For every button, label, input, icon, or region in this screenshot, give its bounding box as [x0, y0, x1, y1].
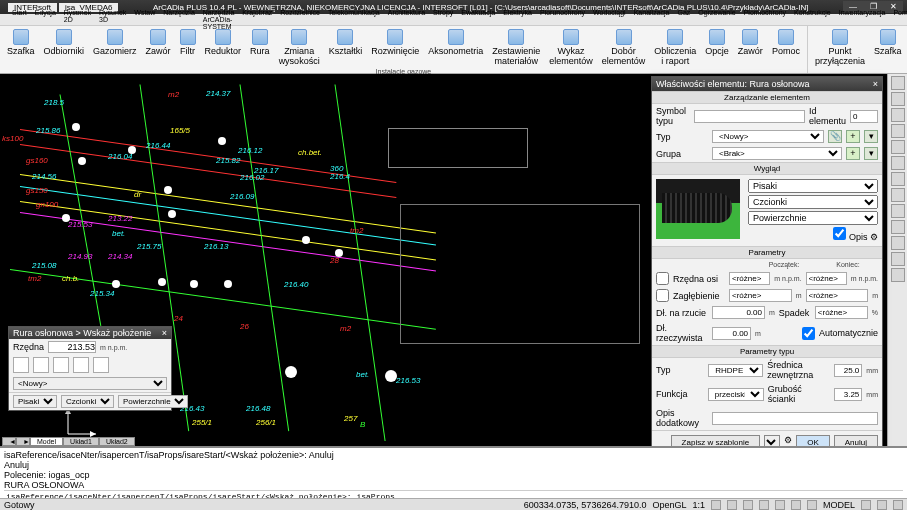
- elev-start-input[interactable]: [729, 272, 770, 285]
- ribbon-button[interactable]: Zmiana wysokości: [276, 28, 323, 67]
- pens-select[interactable]: Pisaki: [13, 395, 57, 408]
- fonts-select[interactable]: Czcionki: [61, 395, 114, 408]
- length-plan-input[interactable]: [712, 306, 765, 319]
- node-marker[interactable]: [385, 370, 397, 382]
- material-type-select[interactable]: RHDPE: [708, 364, 763, 377]
- elev-end-input[interactable]: [806, 272, 847, 285]
- tool-icon[interactable]: [73, 357, 89, 373]
- node-marker[interactable]: [72, 123, 80, 131]
- ribbon-button[interactable]: Gazomierz: [90, 28, 140, 67]
- node-marker[interactable]: [224, 280, 232, 288]
- ribbon-button[interactable]: Szafka: [4, 28, 38, 67]
- status-button[interactable]: [807, 500, 817, 510]
- casing-pipe-toolbox[interactable]: Rura osłonowa > Wskaż położenie× Rzędna …: [8, 326, 172, 411]
- ribbon-button[interactable]: Wykaz elementów: [546, 28, 596, 67]
- tool-button[interactable]: [891, 140, 905, 154]
- close-icon[interactable]: ×: [873, 79, 878, 89]
- node-marker[interactable]: [128, 146, 136, 154]
- properties-dialog[interactable]: Właściwości elementu: Rura osłonowa× Zar…: [651, 76, 883, 454]
- tool-button[interactable]: [891, 252, 905, 266]
- node-marker[interactable]: [158, 278, 166, 286]
- node-marker[interactable]: [190, 280, 198, 288]
- type-select[interactable]: <Nowy>: [13, 377, 167, 390]
- group-select[interactable]: <Brak>: [712, 147, 842, 160]
- ribbon-button[interactable]: Filtr: [177, 28, 199, 67]
- status-button[interactable]: [759, 500, 769, 510]
- auto-checkbox[interactable]: [802, 327, 815, 340]
- tool-button[interactable]: [891, 188, 905, 202]
- tool-button[interactable]: [891, 236, 905, 250]
- ribbon-button[interactable]: Odbiorniki: [41, 28, 88, 67]
- type-dropdown-button[interactable]: ▾: [864, 130, 878, 143]
- status-button[interactable]: [727, 500, 737, 510]
- node-marker[interactable]: [285, 366, 297, 378]
- node-marker[interactable]: [164, 186, 172, 194]
- tool-button[interactable]: [891, 108, 905, 122]
- tab-layout1[interactable]: Układ1: [63, 437, 99, 446]
- node-marker[interactable]: [168, 210, 176, 218]
- node-marker[interactable]: [62, 214, 70, 222]
- pens-select[interactable]: Pisaki: [748, 179, 878, 193]
- node-marker[interactable]: [335, 249, 343, 257]
- desc-settings-button[interactable]: ⚙: [870, 232, 878, 242]
- tool-button[interactable]: [891, 204, 905, 218]
- ribbon-button[interactable]: Reduktor: [202, 28, 245, 67]
- status-button[interactable]: [791, 500, 801, 510]
- node-marker[interactable]: [302, 236, 310, 244]
- ribbon-button[interactable]: Opcje: [702, 28, 732, 67]
- ribbon-button[interactable]: Dobór elementów: [599, 28, 649, 67]
- tab-nav-prev[interactable]: ◄: [2, 437, 16, 446]
- tool-button[interactable]: [891, 124, 905, 138]
- ribbon-button[interactable]: Rozwinięcie: [368, 28, 422, 67]
- ribbon-button[interactable]: Rura: [247, 28, 273, 67]
- tool-icon[interactable]: [53, 357, 69, 373]
- tab-layout2[interactable]: Układ2: [99, 437, 135, 446]
- depth-start-input[interactable]: [729, 289, 792, 302]
- tool-icon[interactable]: [93, 357, 109, 373]
- status-button[interactable]: [877, 500, 887, 510]
- node-marker[interactable]: [112, 280, 120, 288]
- tool-icon[interactable]: [33, 357, 49, 373]
- symbol-input[interactable]: [694, 110, 805, 123]
- tool-button[interactable]: [891, 92, 905, 106]
- ribbon-button[interactable]: Zawór: [735, 28, 766, 67]
- depth-end-input[interactable]: [806, 289, 869, 302]
- tab-nav-next[interactable]: ►: [16, 437, 30, 446]
- add-type-button[interactable]: +: [846, 130, 860, 143]
- surfaces-select[interactable]: Powierzchnie: [748, 211, 878, 225]
- ribbon-button[interactable]: Pomoc: [769, 28, 803, 67]
- fonts-select[interactable]: Czcionki: [748, 195, 878, 209]
- type-select[interactable]: <Nowy>: [712, 130, 824, 143]
- tool-button[interactable]: [891, 156, 905, 170]
- elevation-input[interactable]: [48, 341, 96, 353]
- tab-model[interactable]: Model: [30, 437, 63, 446]
- ribbon-button[interactable]: Kształtki: [326, 28, 366, 67]
- depth-checkbox[interactable]: [656, 289, 669, 302]
- save-type-button[interactable]: 📎: [828, 130, 842, 143]
- tool-button[interactable]: [891, 76, 905, 90]
- surfaces-select[interactable]: Powierzchnie: [118, 395, 188, 408]
- tool-icon[interactable]: [13, 357, 29, 373]
- node-marker[interactable]: [78, 157, 86, 165]
- length-real-input[interactable]: [712, 327, 751, 340]
- status-button[interactable]: [711, 500, 721, 510]
- elev-checkbox[interactable]: [656, 272, 669, 285]
- tool-button[interactable]: [891, 172, 905, 186]
- add-group-button[interactable]: +: [846, 147, 860, 160]
- status-button[interactable]: [861, 500, 871, 510]
- ribbon-button[interactable]: Zestawienie materiałów: [489, 28, 543, 67]
- diameter-input[interactable]: [834, 364, 862, 377]
- status-button[interactable]: [775, 500, 785, 510]
- slope-input[interactable]: [815, 306, 868, 319]
- group-dropdown-button[interactable]: ▾: [864, 147, 878, 160]
- node-marker[interactable]: [218, 137, 226, 145]
- extra-desc-input[interactable]: [712, 412, 878, 425]
- tool-button[interactable]: [891, 220, 905, 234]
- status-button[interactable]: [743, 500, 753, 510]
- thickness-input[interactable]: [834, 388, 862, 401]
- close-icon[interactable]: ×: [162, 328, 167, 338]
- desc-checkbox[interactable]: [833, 227, 846, 240]
- ribbon-button[interactable]: Obliczenia i raport: [651, 28, 699, 67]
- status-button[interactable]: [893, 500, 903, 510]
- ribbon-button[interactable]: Aksonometria: [425, 28, 486, 67]
